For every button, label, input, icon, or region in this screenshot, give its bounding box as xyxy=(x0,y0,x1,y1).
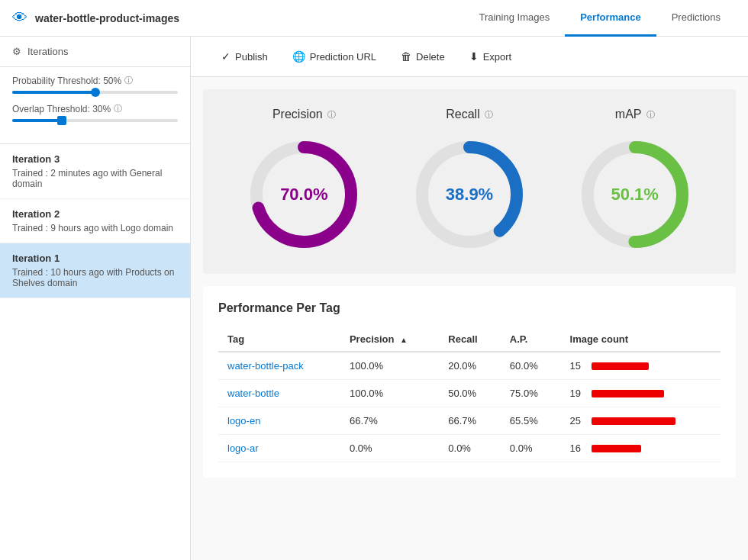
app-title: water-bottle-product-images xyxy=(35,12,463,24)
cell-recall-3: 0.0% xyxy=(439,435,501,462)
cell-ap-0: 60.0% xyxy=(501,352,561,380)
cell-tag-0[interactable]: water-bottle-pack xyxy=(218,352,340,380)
cell-count-3: 16 xyxy=(561,435,721,462)
tab-performance[interactable]: Performance xyxy=(565,0,656,37)
delete-icon: 🗑 xyxy=(401,50,411,63)
recall-card: Recall ⓘ 38.9% xyxy=(387,108,553,256)
iteration-3-title: Iteration 3 xyxy=(12,153,178,165)
recall-title: Recall ⓘ xyxy=(446,108,492,121)
prediction-url-icon: 🌐 xyxy=(292,50,305,63)
cell-tag-2[interactable]: logo-en xyxy=(218,407,340,435)
publish-button[interactable]: ✓ Publish xyxy=(209,46,280,67)
cell-precision-3: 0.0% xyxy=(340,435,439,462)
iteration-2-title: Iteration 2 xyxy=(12,208,178,220)
cell-precision-0: 100.0% xyxy=(340,352,439,380)
probability-slider-track xyxy=(12,91,178,94)
publish-icon: ✓ xyxy=(221,50,231,63)
cell-count-2: 25 xyxy=(561,407,721,435)
prediction-url-button[interactable]: 🌐 Prediction URL xyxy=(280,46,389,67)
table-row: water-bottle 100.0% 50.0% 75.0% 19 xyxy=(218,380,721,407)
iterations-icon: ⚙ xyxy=(12,46,21,57)
iteration-3-sub: Trained : 2 minutes ago with General dom… xyxy=(12,168,178,189)
metrics-section: Precision ⓘ 70.0% Recall xyxy=(203,89,736,274)
cell-recall-2: 66.7% xyxy=(439,407,501,435)
perf-title: Performance Per Tag xyxy=(218,301,721,315)
precision-info-icon[interactable]: ⓘ xyxy=(327,109,336,121)
main-layout: ⚙ Iterations Probability Threshold: 50% … xyxy=(0,37,748,560)
table-row: logo-en 66.7% 66.7% 65.5% 25 xyxy=(218,407,721,435)
map-card: mAP ⓘ 50.1% xyxy=(552,108,717,256)
map-info-icon[interactable]: ⓘ xyxy=(646,109,655,121)
export-label: Export xyxy=(483,51,512,63)
precision-card: Precision ⓘ 70.0% xyxy=(221,108,387,256)
table-row: logo-ar 0.0% 0.0% 0.0% 16 xyxy=(218,435,721,462)
iteration-item-2[interactable]: Iteration 2 Trained : 9 hours ago with L… xyxy=(0,199,190,243)
delete-label: Delete xyxy=(416,51,445,63)
sidebar-section-header: ⚙ Iterations xyxy=(0,37,190,66)
cell-ap-2: 65.5% xyxy=(501,407,561,435)
prediction-url-label: Prediction URL xyxy=(310,51,376,63)
iteration-1-title: Iteration 1 xyxy=(12,253,178,264)
recall-value: 38.9% xyxy=(446,185,493,204)
export-button[interactable]: ⬇ Export xyxy=(457,46,524,67)
toolbar: ✓ Publish 🌐 Prediction URL 🗑 Delete ⬇ Ex… xyxy=(191,37,748,77)
tab-predictions[interactable]: Predictions xyxy=(656,0,736,37)
slider-section: Probability Threshold: 50% ⓘ Overlap Thr… xyxy=(0,67,190,143)
probability-slider-fill xyxy=(12,91,95,94)
perf-table-body: water-bottle-pack 100.0% 20.0% 60.0% 15 … xyxy=(218,352,721,462)
perf-table: Tag Precision ▲ Recall A.P. Image count … xyxy=(218,327,721,462)
top-nav: 👁 water-bottle-product-images Training I… xyxy=(0,0,748,37)
perf-table-header-row: Tag Precision ▲ Recall A.P. Image count xyxy=(218,327,721,352)
cell-ap-3: 0.0% xyxy=(501,435,561,462)
iteration-1-sub: Trained : 10 hours ago with Products on … xyxy=(12,267,178,288)
col-tag: Tag xyxy=(218,327,340,352)
app-logo-icon: 👁 xyxy=(12,9,27,27)
col-precision[interactable]: Precision ▲ xyxy=(340,327,439,352)
overlap-slider-fill xyxy=(12,119,62,122)
probability-info-icon[interactable]: ⓘ xyxy=(124,75,133,86)
recall-info-icon[interactable]: ⓘ xyxy=(485,109,493,121)
top-nav-links: Training Images Performance Predictions xyxy=(463,0,736,37)
cell-precision-1: 100.0% xyxy=(340,380,439,407)
export-icon: ⬇ xyxy=(469,50,479,63)
perf-section: Performance Per Tag Tag Precision ▲ Reca… xyxy=(203,286,736,478)
iteration-item-3[interactable]: Iteration 3 Trained : 2 minutes ago with… xyxy=(0,144,190,199)
col-image-count: Image count xyxy=(561,327,721,352)
iteration-2-sub: Trained : 9 hours ago with Logo domain xyxy=(12,223,178,233)
precision-value: 70.0% xyxy=(280,185,327,204)
cell-count-0: 15 xyxy=(561,352,721,380)
overlap-slider-thumb[interactable] xyxy=(57,116,66,125)
publish-label: Publish xyxy=(235,51,268,63)
cell-tag-3[interactable]: logo-ar xyxy=(218,435,340,462)
cell-recall-0: 20.0% xyxy=(439,352,501,380)
map-title: mAP ⓘ xyxy=(615,108,655,121)
delete-button[interactable]: 🗑 Delete xyxy=(389,46,457,67)
map-circle: 50.1% xyxy=(574,134,696,256)
overlap-slider-track xyxy=(12,119,178,122)
cell-ap-1: 75.0% xyxy=(501,380,561,407)
tab-training-images[interactable]: Training Images xyxy=(463,0,565,37)
cell-tag-1[interactable]: water-bottle xyxy=(218,380,340,407)
cell-count-1: 19 xyxy=(561,380,721,407)
cell-precision-2: 66.7% xyxy=(340,407,439,435)
precision-circle: 70.0% xyxy=(243,134,365,256)
map-value: 50.1% xyxy=(611,185,658,204)
probability-threshold-label: Probability Threshold: 50% ⓘ xyxy=(12,75,178,86)
overlap-threshold-label: Overlap Threshold: 30% ⓘ xyxy=(12,103,178,114)
sidebar: ⚙ Iterations Probability Threshold: 50% … xyxy=(0,37,191,560)
probability-slider-thumb[interactable] xyxy=(91,88,100,97)
table-row: water-bottle-pack 100.0% 20.0% 60.0% 15 xyxy=(218,352,721,380)
col-recall: Recall xyxy=(439,327,501,352)
iterations-label: Iterations xyxy=(27,46,68,57)
precision-sort-icon: ▲ xyxy=(400,336,408,344)
precision-title: Precision ⓘ xyxy=(272,108,336,121)
overlap-info-icon[interactable]: ⓘ xyxy=(114,103,122,114)
metrics-row: Precision ⓘ 70.0% Recall xyxy=(221,108,717,256)
main-content: ✓ Publish 🌐 Prediction URL 🗑 Delete ⬇ Ex… xyxy=(191,37,748,560)
cell-recall-1: 50.0% xyxy=(439,380,501,407)
recall-circle: 38.9% xyxy=(408,134,530,256)
col-ap: A.P. xyxy=(501,327,561,352)
iteration-item-1[interactable]: Iteration 1 Trained : 10 hours ago with … xyxy=(0,243,190,298)
